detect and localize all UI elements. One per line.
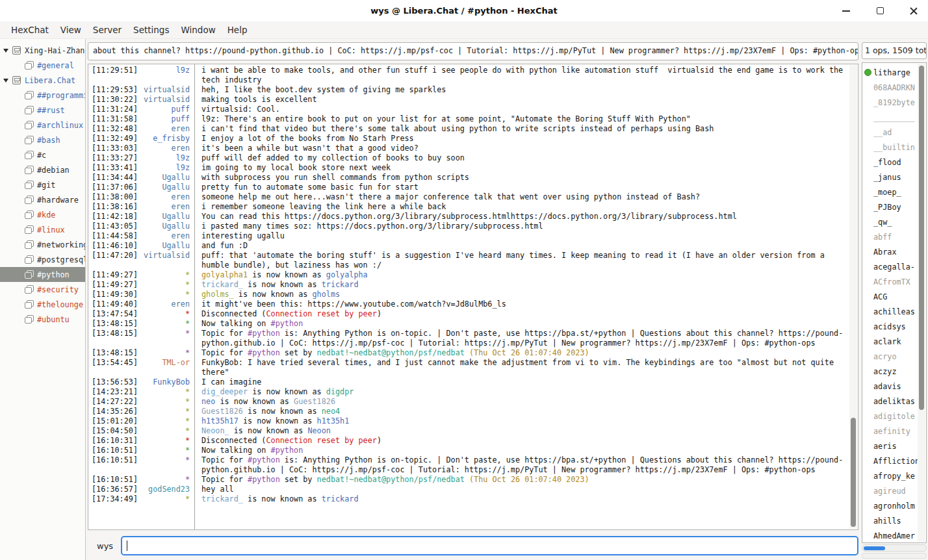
user-item-litharge[interactable]: litharge	[862, 65, 926, 80]
userlist-hscrollbar-thumb[interactable]	[864, 546, 885, 550]
chat-line: [15:04:50]*Neoon_ is now known as Neoon	[88, 426, 858, 436]
message: with subprocess you run shell commands f…	[194, 173, 858, 183]
user-item-acegalla-[interactable]: acegalla-	[862, 259, 926, 274]
sidebar-item-git[interactable]: #git	[0, 177, 85, 192]
menu-window[interactable]: Window	[175, 23, 221, 37]
user-item-AhmedAmer[interactable]: AhmedAmer	[862, 528, 926, 543]
maximize-button[interactable]	[875, 6, 885, 16]
chat-lines: [11:29:51]l9zi want be able to make tool…	[88, 64, 858, 504]
user-item-_PJBoy[interactable]: _PJBoy	[862, 199, 926, 214]
user-item-ahills[interactable]: ahills	[862, 513, 926, 528]
message-segment: is now known as	[238, 416, 317, 426]
user-item-afropy_ke[interactable]: afropy_ke	[862, 468, 926, 483]
message-segment: h1t35h17	[201, 416, 238, 426]
topic-bar[interactable]: about this channel? https://pound-python…	[88, 42, 858, 60]
chat-line: [11:49:27]*trickard_ is now known as tri…	[88, 280, 858, 290]
close-button[interactable]	[909, 6, 919, 16]
user-item-agronholm[interactable]: agronholm	[862, 498, 926, 513]
user-item-_________[interactable]: _________	[862, 110, 926, 125]
user-item-aefinity[interactable]: aefinity	[862, 424, 926, 439]
user-item-_flood[interactable]: _flood	[862, 155, 926, 170]
user-item-acryo[interactable]: acryo	[862, 349, 926, 364]
user-item-aczyz[interactable]: aczyz	[862, 364, 926, 379]
chat-scrollbar-thumb[interactable]	[851, 418, 856, 527]
chat-line: [16:10:31]*Disconnected (Connection rese…	[88, 436, 858, 446]
text-caret	[127, 541, 127, 551]
menu-help[interactable]: Help	[222, 23, 253, 37]
user-item-agireud[interactable]: agireud	[862, 483, 926, 498]
sidebar-item-rust[interactable]: ##rust	[0, 103, 85, 118]
user-item-068AADRKN[interactable]: 068AADRKN	[862, 80, 926, 95]
sidebar-item-thelounge[interactable]: #thelounge	[0, 297, 85, 312]
userlist-horizontal-scrollbar[interactable]	[862, 544, 927, 552]
message-segment: trickard_	[201, 494, 243, 503]
sidebar-item-general[interactable]: #general	[0, 58, 85, 73]
nick: eren	[139, 144, 194, 153]
chat-line: [13:48:15]*Topic for #python is: Anythin…	[88, 329, 858, 348]
message-input[interactable]	[122, 537, 857, 554]
user-item-_moep_[interactable]: _moep_	[862, 185, 926, 199]
sidebar-item-linux[interactable]: #linux	[0, 222, 85, 237]
user-item-__ad[interactable]: __ad	[862, 125, 926, 140]
nick: virtualsid	[139, 95, 194, 105]
sidebar-item-programming[interactable]: ##programming	[0, 88, 85, 103]
user-item-Affliction[interactable]: Affliction	[862, 453, 926, 468]
minimize-button[interactable]	[841, 6, 851, 16]
timestamp: [11:29:51]	[88, 66, 139, 85]
nick: l9z	[139, 163, 194, 173]
nick: Ugallu	[139, 212, 194, 222]
sidebar-item-postgresql[interactable]: #postgresql	[0, 252, 85, 267]
window-title: wys @ Libera.Chat / #python - HexChat	[370, 6, 557, 16]
bottom-scrollbar-track[interactable]	[862, 553, 927, 559]
sidebar-item-xing-hai-zhan[interactable]: Xing-Hai-Zhan	[0, 43, 85, 58]
message: Now talking on #python	[194, 446, 858, 455]
expander-icon[interactable]	[3, 49, 8, 53]
menu-settings[interactable]: Settings	[127, 23, 175, 37]
user-item-ACfromTX[interactable]: ACfromTX	[862, 274, 926, 289]
userlist-scrollbar-thumb[interactable]	[919, 66, 924, 410]
channel-icon	[24, 300, 34, 309]
menu-view[interactable]: View	[55, 23, 87, 37]
message-segment: making tools is excellent	[201, 95, 317, 104]
sidebar-item-python[interactable]: #python	[0, 267, 85, 282]
user-nick: adeliktas	[873, 397, 915, 406]
user-item-_janus[interactable]: _janus	[862, 170, 926, 185]
user-item-adigitole[interactable]: adigitole	[862, 409, 926, 424]
sidebar-item-networking[interactable]: #networking	[0, 237, 85, 252]
nick: eren	[139, 231, 194, 241]
timestamp: [11:47:20]	[88, 251, 139, 270]
sidebar-item-libera.chat[interactable]: Libera.Chat	[0, 73, 85, 88]
message: making tools is excellent	[194, 95, 858, 105]
userlist-vertical-scrollbar[interactable]	[918, 64, 925, 542]
user-item-abff[interactable]: abff	[862, 229, 926, 244]
user-item-Abrax[interactable]: Abrax	[862, 244, 926, 259]
sidebar-item-security[interactable]: #security	[0, 282, 85, 297]
user-item-_8192byte[interactable]: _8192byte	[862, 95, 926, 110]
timestamp: [13:56:53]	[88, 377, 139, 387]
sidebar-item-c[interactable]: #c	[0, 147, 85, 162]
sidebar-item-hardware[interactable]: #hardware	[0, 192, 85, 207]
user-item-aclark[interactable]: aclark	[862, 334, 926, 349]
chat-line: [11:33:27]l9zpuff will def added to my c…	[88, 153, 858, 163]
user-item-acidsys[interactable]: acidsys	[862, 319, 926, 334]
nick: Ugallu	[139, 183, 194, 192]
user-item-aeris[interactable]: aeris	[862, 439, 926, 453]
user-item-_qw_[interactable]: _qw_	[862, 214, 926, 229]
message-segment: is now known as	[229, 426, 308, 435]
user-item-adavis[interactable]: adavis	[862, 379, 926, 394]
user-item-achilleas[interactable]: achilleas	[862, 304, 926, 319]
chat-vertical-scrollbar[interactable]	[849, 65, 857, 529]
user-item-ACG[interactable]: ACG	[862, 289, 926, 304]
user-nick: afropy_ke	[873, 472, 915, 481]
sidebar-item-archlinux[interactable]: #archlinux	[0, 118, 85, 133]
sidebar-item-debian[interactable]: #debian	[0, 162, 85, 177]
timestamp: [11:32:48]	[88, 124, 139, 134]
user-item-adeliktas[interactable]: adeliktas	[862, 394, 926, 409]
sidebar-item-ubuntu[interactable]: #ubuntu	[0, 312, 85, 327]
sidebar-item-kde[interactable]: #kde	[0, 207, 85, 222]
menu-server[interactable]: Server	[87, 23, 127, 37]
expander-icon[interactable]	[3, 79, 8, 83]
sidebar-item-bash[interactable]: #bash	[0, 133, 85, 147]
menu-hexchat[interactable]: HexChat	[5, 23, 55, 37]
user-item-__builtin[interactable]: __builtin	[862, 140, 926, 155]
